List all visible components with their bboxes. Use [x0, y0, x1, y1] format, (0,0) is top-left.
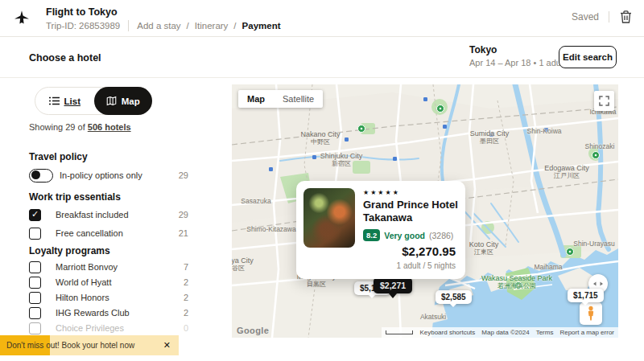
hotel-card[interactable]: ★★★★★ Grand Prince Hotel Takanawa 8.2 Ve…	[296, 181, 465, 279]
work-trip-title: Work trip essentials	[29, 191, 121, 203]
list-view-label: List	[64, 96, 80, 106]
map-data-label: Map data ©2024	[481, 329, 529, 336]
rating-label: Very good	[384, 231, 425, 240]
choice-label: Choice Privileges	[56, 323, 124, 333]
promo-banner: Don't miss out! Book your hotel now ✕	[0, 335, 179, 355]
rating-badge: 8.2	[363, 229, 380, 241]
hilton-label: Hilton Honors	[56, 293, 109, 302]
in-policy-count: 29	[179, 170, 188, 180]
filter-row-breakfast: Breakfast included 29	[29, 208, 188, 221]
pegman-icon	[584, 306, 597, 322]
cancellation-checkbox[interactable]	[29, 228, 41, 240]
marriott-label: Marriott Bonvoy	[56, 262, 118, 272]
banner-close-icon[interactable]: ✕	[163, 340, 171, 351]
divider	[128, 20, 129, 31]
app-window: Flight to Tokyo Trip-ID: 26853989 Add a …	[0, 0, 644, 361]
hotel-stars: ★★★★★	[363, 189, 400, 196]
top-header: Flight to Tokyo Trip-ID: 26853989 Add a …	[0, 0, 644, 37]
filter-row-hilton: Hilton Honors 2	[29, 291, 188, 304]
fullscreen-button[interactable]	[594, 91, 614, 111]
results-prefix: Showing 29 of	[29, 122, 85, 132]
filter-row-marriott: Marriott Bonvoy 7	[29, 260, 188, 273]
hotel-occupancy: 1 adult / 5 nights	[397, 261, 456, 270]
ihg-count: 2	[184, 308, 188, 318]
list-view-button[interactable]: List	[35, 88, 94, 114]
breadcrumb-payment[interactable]: Payment	[242, 21, 281, 31]
in-policy-toggle[interactable]	[29, 169, 53, 183]
hyatt-label: World of Hyatt	[56, 277, 112, 287]
keyboard-shortcuts-link[interactable]: Keyboard shortcuts	[419, 329, 475, 336]
filters-sidebar: List Map Showing 29 of 506 hotels Travel…	[0, 78, 232, 361]
edit-search-button[interactable]: Edit search	[559, 46, 617, 68]
breakfast-checkbox[interactable]	[29, 209, 41, 221]
street-view-pegman[interactable]	[580, 302, 602, 325]
breadcrumb-add-a-stay[interactable]: Add a stay	[137, 21, 180, 31]
map-view-label: Map	[122, 96, 140, 106]
page-title: Choose a hotel	[29, 52, 101, 64]
breakfast-count: 29	[179, 210, 188, 219]
map-icon	[106, 96, 117, 106]
list-icon	[49, 96, 60, 105]
google-logo: Google	[237, 326, 269, 335]
filter-row-ihg: IHG Rewards Club 2	[29, 306, 188, 319]
loyalty-title: Loyalty programs	[29, 245, 110, 256]
hilton-checkbox[interactable]	[29, 292, 41, 304]
search-summary: Tokyo Apr 14 – Apr 18 • 1 adult	[469, 44, 565, 68]
breadcrumb-separator: /	[233, 21, 236, 31]
saved-status: Saved	[572, 11, 599, 23]
map-type-control: Map Satellite	[238, 90, 323, 108]
map-type-satellite-button[interactable]: Satellite	[274, 90, 323, 108]
trash-icon[interactable]	[619, 10, 633, 24]
report-error-link[interactable]: Report a map error	[559, 329, 614, 336]
price-pin[interactable]: $2,585	[436, 290, 472, 304]
map-scale-bar	[386, 330, 413, 334]
hilton-count: 2	[184, 293, 188, 302]
view-toggle: List Map	[35, 87, 152, 115]
in-policy-label: In-policy options only	[60, 170, 142, 180]
price-pin[interactable]: $1,715	[568, 289, 604, 302]
terms-link[interactable]: Terms	[536, 329, 554, 336]
marriott-checkbox[interactable]	[29, 261, 41, 273]
marriott-count: 7	[184, 262, 188, 272]
map-type-map-button[interactable]: Map	[238, 90, 274, 108]
ihg-checkbox[interactable]	[29, 307, 41, 319]
in-policy-filter-row: In-policy options only 29	[29, 169, 188, 182]
hotel-name: Grand Prince Hotel Takanawa	[363, 199, 458, 224]
price-pin-selected[interactable]: $2,271	[374, 277, 412, 293]
date-range: Apr 14 – Apr 18 • 1 adult	[469, 58, 565, 68]
map-container: Nakano City中野区 Shinjuku City新宿区 Sumida C…	[232, 84, 618, 338]
choice-checkbox	[29, 322, 41, 334]
choice-count: 0	[184, 323, 188, 333]
map-view-button[interactable]: Map	[94, 87, 153, 115]
breadcrumb: Add a stay / Itinerary / Payment	[137, 21, 280, 31]
destination: Tokyo	[469, 44, 565, 55]
review-count: (3286)	[429, 231, 453, 240]
breakfast-label: Breakfast included	[56, 210, 129, 219]
results-total-link[interactable]: 506 hotels	[88, 122, 131, 132]
filter-row-hyatt: World of Hyatt 2	[29, 276, 188, 289]
hyatt-count: 2	[184, 277, 188, 287]
pan-arrows-icon	[592, 278, 604, 289]
hyatt-checkbox[interactable]	[29, 277, 41, 289]
breadcrumb-separator: /	[187, 21, 189, 31]
ihg-label: IHG Rewards Club	[56, 308, 130, 318]
cancellation-label: Free cancellation	[56, 228, 123, 238]
cancellation-count: 21	[179, 228, 188, 238]
trip-title: Flight to Tokyo	[46, 6, 118, 18]
filter-row-choice: Choice Privileges 0	[29, 322, 188, 334]
hotel-price: $2,270.95	[402, 244, 456, 258]
airplane-icon	[12, 9, 31, 28]
breadcrumb-itinerary[interactable]: Itinerary	[195, 21, 229, 31]
trip-id: Trip-ID: 26853989	[46, 21, 120, 31]
hotel-photo	[303, 188, 355, 248]
filter-row-cancellation: Free cancellation 21	[29, 227, 188, 240]
fullscreen-icon	[599, 96, 609, 106]
banner-text: Don't miss out! Book your hotel now	[6, 341, 134, 350]
subheader: Choose a hotel Tokyo Apr 14 – Apr 18 • 1…	[0, 37, 644, 78]
map-attribution: Keyboard shortcuts Map data ©2024 Terms …	[382, 327, 618, 338]
divider	[609, 11, 609, 23]
results-count: Showing 29 of 506 hotels	[29, 122, 131, 132]
travel-policy-title: Travel policy	[29, 151, 88, 162]
toggle-knob	[31, 170, 40, 179]
